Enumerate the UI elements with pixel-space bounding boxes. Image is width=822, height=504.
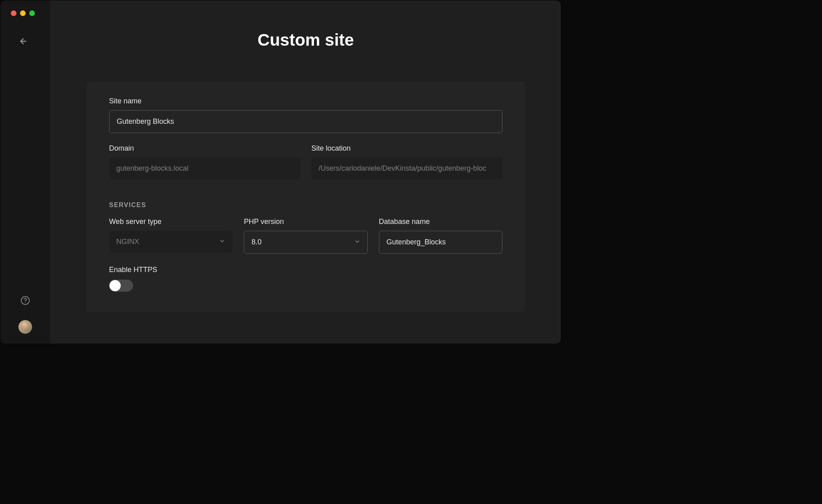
enable-https-group: Enable HTTPS <box>109 266 502 292</box>
minimize-window-button[interactable] <box>20 10 26 16</box>
database-name-input[interactable] <box>379 231 502 254</box>
php-version-label: PHP version <box>244 218 367 226</box>
database-name-group: Database name <box>379 218 502 254</box>
maximize-window-button[interactable] <box>29 10 35 16</box>
domain-label: Domain <box>109 144 300 153</box>
domain-location-row: Domain Site location <box>109 144 502 179</box>
back-button[interactable] <box>15 34 31 50</box>
main-content: Custom site Site name Domain Site locati… <box>51 0 561 344</box>
avatar[interactable] <box>18 320 32 334</box>
page-title: Custom site <box>51 0 561 82</box>
enable-https-toggle[interactable] <box>109 280 133 292</box>
arrow-left-icon <box>19 37 28 47</box>
web-server-group: Web server type NGINX <box>109 218 233 254</box>
app-window: Custom site Site name Domain Site locati… <box>0 0 561 344</box>
services-header: SERVICES <box>109 202 502 209</box>
php-version-select[interactable]: 8.0 <box>244 231 367 254</box>
site-name-input[interactable] <box>109 110 502 133</box>
site-location-input[interactable] <box>312 157 503 179</box>
help-circle-icon <box>20 296 30 307</box>
close-window-button[interactable] <box>11 10 16 16</box>
site-location-group: Site location <box>312 144 503 179</box>
php-version-group: PHP version 8.0 <box>244 218 367 254</box>
domain-input[interactable] <box>109 157 300 179</box>
services-row: Web server type NGINX PHP version 8.0 <box>109 218 502 254</box>
sidebar-bottom <box>18 296 32 334</box>
sidebar <box>0 0 51 344</box>
site-location-label: Site location <box>312 144 503 153</box>
form-panel: Site name Domain Site location SERVICES <box>87 82 525 312</box>
domain-group: Domain <box>109 144 300 179</box>
toggle-handle <box>109 280 121 291</box>
enable-https-label: Enable HTTPS <box>109 266 502 274</box>
site-name-group: Site name <box>109 97 502 133</box>
window-controls <box>0 10 35 16</box>
web-server-select[interactable]: NGINX <box>109 231 233 253</box>
site-name-label: Site name <box>109 97 502 105</box>
help-button[interactable] <box>20 296 30 306</box>
database-name-label: Database name <box>379 218 502 226</box>
web-server-label: Web server type <box>109 218 233 226</box>
